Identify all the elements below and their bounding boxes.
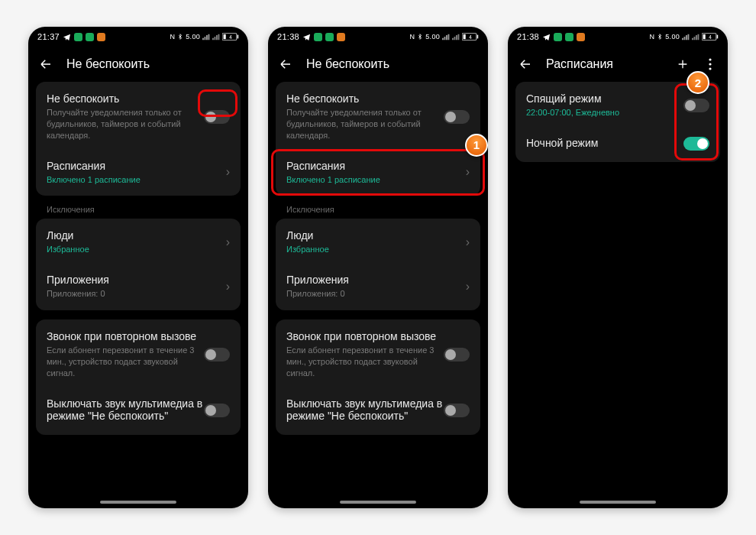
bluetooth-icon [657, 33, 663, 41]
schedules-subtitle: Включено 1 расписание [286, 174, 466, 186]
app-icon-3 [97, 33, 105, 41]
schedules-title: Расписания [47, 160, 226, 172]
mute-media-row[interactable]: Выключать звук мультимедиа в режиме "Не … [36, 388, 241, 433]
bluetooth-icon [417, 33, 423, 41]
repeat-call-row[interactable]: Звонок при повторном вызове Если абонент… [36, 321, 241, 388]
repeat-call-toggle[interactable] [444, 348, 470, 362]
settings-content: Не беспокоить Получайте уведомления толь… [28, 82, 248, 508]
app-icon-3 [337, 33, 345, 41]
night-mode-title: Ночной режим [526, 137, 683, 149]
signal-icon-2 [692, 34, 699, 41]
status-time: 21:38 [277, 32, 299, 41]
dnd-toggle-row[interactable]: Не беспокоить Получайте уведомления толь… [36, 83, 241, 151]
net-speed: 5.00 [665, 33, 680, 41]
mute-media-title: Выключать звук мультимедиа в режиме "Не … [286, 397, 444, 422]
dnd-toggle[interactable] [444, 110, 470, 124]
dnd-subtitle: Получайте уведомления только от будильни… [286, 107, 444, 141]
apps-subtitle: Приложения: 0 [47, 288, 226, 300]
mute-media-row[interactable]: Выключать звук мультимедиа в режиме "Не … [276, 388, 480, 433]
status-time: 21:38 [517, 32, 539, 41]
back-button[interactable] [519, 57, 532, 71]
chevron-right-icon: › [466, 235, 470, 249]
apps-row[interactable]: Приложения Приложения: 0 › [36, 264, 241, 309]
signal-icon [202, 34, 210, 41]
exceptions-label: Исключения [36, 205, 241, 219]
home-indicator[interactable] [340, 501, 416, 504]
apps-subtitle: Приложения: 0 [286, 288, 466, 300]
schedules-row[interactable]: Расписания Включено 1 расписание › [36, 151, 241, 195]
svg-text:4: 4 [469, 34, 472, 40]
sleep-mode-toggle[interactable] [683, 99, 709, 112]
sleep-mode-title: Спящий режим [526, 92, 683, 105]
svg-rect-6 [464, 34, 466, 39]
people-row[interactable]: Люди Избранное › [36, 220, 241, 264]
app-icon-1 [554, 33, 562, 41]
people-title: Люди [47, 229, 226, 242]
battery-icon: 4 [462, 33, 479, 41]
apps-title: Приложения [286, 274, 466, 286]
signal-icon [682, 34, 690, 41]
status-bar: 21:38 N 5.00 4 [268, 27, 488, 47]
svg-point-12 [709, 58, 711, 60]
page-title: Не беспокоить [306, 57, 389, 71]
chevron-right-icon: › [226, 235, 230, 249]
dnd-toggle-row[interactable]: Не беспокоить Получайте уведомления толь… [276, 83, 480, 151]
repeat-call-title: Звонок при повторном вызове [47, 330, 204, 342]
phone-screen-2: 21:38 N 5.00 4 Не беспокоить Не беспокои… [268, 27, 488, 508]
app-icon-2 [565, 33, 573, 41]
battery-icon: 4 [222, 33, 239, 41]
settings-content: Не беспокоить Получайте уведомления толь… [268, 82, 488, 508]
people-title: Люди [286, 229, 466, 242]
repeat-call-toggle[interactable] [204, 348, 230, 362]
people-subtitle: Избранное [47, 244, 226, 255]
svg-point-14 [709, 67, 711, 70]
back-button[interactable] [39, 57, 53, 71]
mute-media-toggle[interactable] [444, 404, 470, 417]
dnd-toggle[interactable] [204, 110, 230, 124]
nfc-icon: N [649, 33, 654, 41]
status-time: 21:37 [37, 32, 60, 41]
more-button[interactable] [703, 57, 717, 71]
night-mode-toggle[interactable] [683, 137, 709, 151]
signal-icon-2 [452, 34, 460, 41]
page-title: Расписания [546, 57, 613, 71]
phone-screen-1: 21:37 N 5.00 4 [28, 27, 248, 508]
add-button[interactable] [676, 57, 690, 71]
chevron-right-icon: › [466, 165, 470, 179]
dnd-subtitle: Получайте уведомления только от будильни… [47, 107, 204, 141]
svg-rect-2 [224, 34, 226, 39]
status-bar: 21:38 N 5.00 4 [508, 27, 728, 47]
app-icon-2 [86, 33, 94, 41]
svg-rect-10 [703, 34, 706, 39]
night-mode-row[interactable]: Ночной режим [515, 128, 720, 160]
app-icon-2 [325, 33, 334, 41]
chevron-right-icon: › [226, 165, 230, 179]
app-icon-3 [577, 33, 585, 41]
repeat-call-subtitle: Если абонент перезвонит в течение 3 мин.… [47, 345, 204, 379]
page-header: Не беспокоить [268, 47, 488, 82]
schedules-row[interactable]: Расписания Включено 1 расписание › 1 [276, 151, 480, 195]
telegram-icon [302, 33, 311, 41]
mute-media-title: Выключать звук мультимедиа в режиме "Не … [47, 397, 204, 422]
apps-row[interactable]: Приложения Приложения: 0 › [276, 264, 480, 309]
callout-badge-2: 2 [687, 71, 709, 94]
repeat-call-row[interactable]: Звонок при повторном вызове Если абонент… [276, 321, 480, 388]
svg-text:4: 4 [709, 34, 712, 40]
mute-media-toggle[interactable] [204, 404, 230, 417]
people-row[interactable]: Люди Избранное › [276, 220, 480, 264]
dnd-title: Не беспокоить [47, 92, 204, 105]
nfc-icon: N [409, 33, 415, 41]
callout-badge-1: 1 [465, 134, 488, 157]
status-bar: 21:37 N 5.00 4 [28, 27, 248, 47]
back-button[interactable] [279, 57, 292, 71]
svg-rect-1 [237, 35, 239, 39]
chevron-right-icon: › [466, 280, 470, 293]
net-speed: 5.00 [186, 33, 200, 41]
page-header: Не беспокоить [28, 47, 248, 82]
signal-icon [442, 34, 450, 41]
chevron-right-icon: › [226, 280, 230, 293]
home-indicator[interactable] [580, 501, 656, 504]
settings-content: Спящий режим 22:00-07:00, Ежедневно Ночн… [508, 82, 728, 508]
home-indicator[interactable] [100, 501, 176, 504]
app-icon-1 [314, 33, 322, 41]
